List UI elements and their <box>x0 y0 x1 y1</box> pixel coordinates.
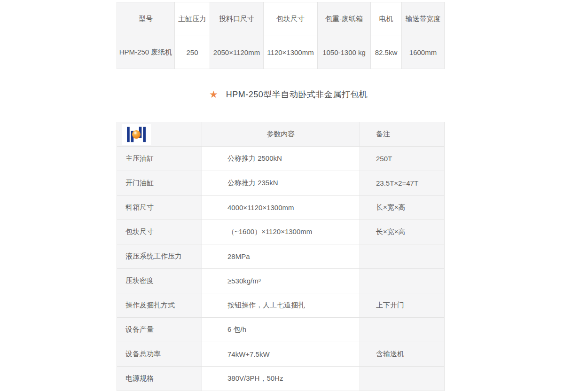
param-table: 参数内容 备注 主压油缸 公称推力 2500kN 250T 开门油缸 公称推力 … <box>117 122 445 391</box>
spec-value-belt-width: 1600mm <box>402 36 445 69</box>
spec-col-belt-width: 输送带宽度 <box>402 2 445 36</box>
brand-logo <box>122 124 151 145</box>
param-row: 主压油缸 公称推力 2500kN 250T <box>117 147 445 171</box>
param-value: 6 包/h <box>202 318 360 342</box>
param-row: 料箱尺寸 4000×1120×1300mm 长×宽×高 <box>117 196 445 220</box>
param-value: 380V/3PH，50Hz <box>202 367 360 391</box>
param-note: 23.5T×2=47T <box>360 171 445 196</box>
param-note <box>360 244 445 269</box>
spec-value-motor: 82.5kw <box>371 36 402 69</box>
param-row: 电源规格 380V/3PH，50Hz <box>117 367 445 391</box>
param-value: 4000×1120×1300mm <box>202 196 360 220</box>
spec-value-pressure: 250 <box>175 36 210 69</box>
spec-col-bale-size: 包块尺寸 <box>264 2 318 36</box>
content-wrap: 型号 主缸压力 投料口尺寸 包块尺寸 包重-废纸箱 电机 输送带宽度 HPM-2… <box>117 2 444 391</box>
param-value: （~1600）×1120×1300mm <box>202 220 360 244</box>
param-row: 设备总功率 74kW+7.5kW 含输送机 <box>117 342 445 367</box>
param-row: 液压系统工作压力 28MPa <box>117 244 445 269</box>
param-header-row: 参数内容 备注 <box>117 122 445 147</box>
param-row: 设备产量 6 包/h <box>117 318 445 342</box>
param-name: 液压系统工作压力 <box>117 244 202 269</box>
param-name: 开门油缸 <box>117 171 202 196</box>
spec-table: 型号 主缸压力 投料口尺寸 包块尺寸 包重-废纸箱 电机 输送带宽度 HPM-2… <box>117 2 445 69</box>
spec-value-feed-size: 2050×1120mm <box>210 36 264 69</box>
section-title-text: HPM-250型半自动卧式非金属打包机 <box>226 89 368 100</box>
param-name: 包块尺寸 <box>117 220 202 244</box>
spec-col-model: 型号 <box>117 2 175 36</box>
param-note <box>360 269 445 293</box>
brand-logo-icon <box>125 125 147 143</box>
param-value: 公称推力 235kN <box>202 171 360 196</box>
param-value: 按钮操作，人工七道捆扎 <box>202 293 360 318</box>
spec-col-feed-size: 投料口尺寸 <box>210 2 264 36</box>
spec-col-motor: 电机 <box>371 2 402 36</box>
param-name: 设备产量 <box>117 318 202 342</box>
param-name: 设备总功率 <box>117 342 202 367</box>
param-value: 74kW+7.5kW <box>202 342 360 367</box>
star-icon: ★ <box>209 89 218 99</box>
param-note <box>360 318 445 342</box>
spec-value-bale-size: 1120×1300mm <box>264 36 318 69</box>
spec-col-pressure: 主缸压力 <box>175 2 210 36</box>
param-value: ≥530kg/m³ <box>202 269 360 293</box>
spec-value-model: HPM-250 废纸机 <box>117 36 175 69</box>
section-title: ★ HPM-250型半自动卧式非金属打包机 <box>117 88 444 100</box>
spec-col-bale-weight: 包重-废纸箱 <box>318 2 371 36</box>
param-value: 28MPa <box>202 244 360 269</box>
spec-data-row: HPM-250 废纸机 250 2050×1120mm 1120×1300mm … <box>117 36 445 69</box>
param-name: 料箱尺寸 <box>117 196 202 220</box>
param-name: 操作及捆扎方式 <box>117 293 202 318</box>
param-note: 250T <box>360 147 445 171</box>
param-row: 操作及捆扎方式 按钮操作，人工七道捆扎 上下开门 <box>117 293 445 318</box>
param-row: 开门油缸 公称推力 235kN 23.5T×2=47T <box>117 171 445 196</box>
param-name: 压块密度 <box>117 269 202 293</box>
param-header-logo-cell <box>117 122 202 147</box>
param-note: 长×宽×高 <box>360 196 445 220</box>
param-note: 含输送机 <box>360 342 445 367</box>
param-note: 上下开门 <box>360 293 445 318</box>
spec-header-row: 型号 主缸压力 投料口尺寸 包块尺寸 包重-废纸箱 电机 输送带宽度 <box>117 2 445 36</box>
page: 型号 主缸压力 投料口尺寸 包块尺寸 包重-废纸箱 电机 输送带宽度 HPM-2… <box>0 0 564 392</box>
param-header-note: 备注 <box>360 122 445 147</box>
param-note <box>360 367 445 391</box>
param-header-content: 参数内容 <box>202 122 360 147</box>
param-note: 长×宽×高 <box>360 220 445 244</box>
spec-value-bale-weight: 1050-1300 kg <box>318 36 371 69</box>
param-value: 公称推力 2500kN <box>202 147 360 171</box>
param-name: 电源规格 <box>117 367 202 391</box>
param-name: 主压油缸 <box>117 147 202 171</box>
param-row: 包块尺寸 （~1600）×1120×1300mm 长×宽×高 <box>117 220 445 244</box>
param-row: 压块密度 ≥530kg/m³ <box>117 269 445 293</box>
